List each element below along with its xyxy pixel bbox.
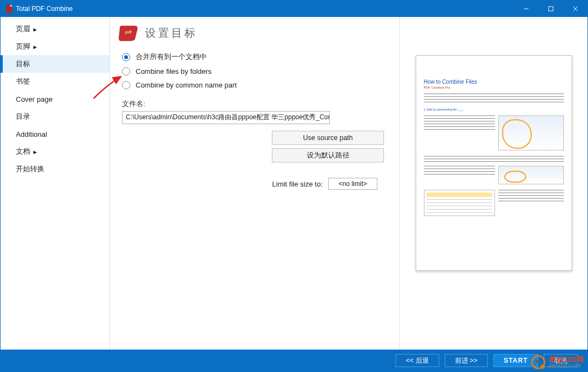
sidebar-item-header[interactable]: 页眉▸ xyxy=(1,20,109,38)
use-source-path-button[interactable]: Use source path xyxy=(272,131,384,145)
preview-link: 1. Start by downloading the ____ xyxy=(424,108,564,111)
limit-file-size-input[interactable] xyxy=(328,178,377,190)
radio-combine-by-folders[interactable]: Combine files by folders xyxy=(122,67,394,75)
sidebar-item-cover-page[interactable]: Cover page xyxy=(1,90,109,108)
sidebar-item-footer[interactable]: 页脚▸ xyxy=(1,38,109,55)
filename-input[interactable]: C:\Users\admin\Documents\h3c路由器pppoe配置 华… xyxy=(122,111,330,124)
pdf-icon: .pdf xyxy=(119,25,138,41)
close-button[interactable] xyxy=(563,1,587,17)
settings-panel: .pdf 设置目标 合并所有到一个文档中 Combine files by fo… xyxy=(110,17,400,350)
preview-panel: How to Combine Files PDF Combine Pro 1. … xyxy=(400,17,587,350)
caret-right-icon: ▸ xyxy=(33,43,37,51)
svg-text:.pdf: .pdf xyxy=(124,30,132,34)
preview-subtitle: PDF Combine Pro xyxy=(424,86,564,89)
svg-rect-1 xyxy=(549,7,553,11)
radio-icon xyxy=(122,53,130,61)
maximize-button[interactable] xyxy=(538,1,563,17)
sidebar-item-target[interactable]: 目标 xyxy=(1,55,109,73)
sidebar: 页眉▸ 页脚▸ 目标 书签 Cover page 目录 Additional 文… xyxy=(1,17,110,350)
limit-file-size-label: Limit file size to: xyxy=(272,180,323,188)
footer-bar: << 后退 前进 >> START 取消 xyxy=(1,350,587,371)
caret-right-icon: ▸ xyxy=(33,25,37,33)
watermark-text: 单机100网 xyxy=(549,356,584,363)
radio-icon xyxy=(122,67,130,75)
radio-combine-by-name-part[interactable]: Combine by common name part xyxy=(122,81,394,89)
page-title: 设置目标 xyxy=(145,26,197,40)
sidebar-item-bookmarks[interactable]: 书签 xyxy=(1,73,109,90)
filename-label: 文件名: xyxy=(122,99,394,109)
sidebar-item-toc[interactable]: 目录 xyxy=(1,108,109,125)
watermark-url: danji100.com xyxy=(549,363,584,369)
caret-right-icon: ▸ xyxy=(33,148,37,156)
preview-title: How to Combine Files xyxy=(424,79,564,85)
watermark: 单机100网 danji100.com xyxy=(531,355,584,369)
watermark-icon xyxy=(531,355,545,369)
preview-text xyxy=(424,94,564,104)
app-icon xyxy=(5,4,13,13)
preview-screenshot xyxy=(498,115,564,150)
preview-screenshot xyxy=(498,166,564,184)
minimize-button[interactable] xyxy=(514,1,538,17)
back-button[interactable]: << 后退 xyxy=(395,354,439,367)
sidebar-item-document[interactable]: 文档▸ xyxy=(1,143,109,160)
radio-icon xyxy=(122,81,130,89)
sidebar-item-additional[interactable]: Additional xyxy=(1,125,109,143)
titlebar: Total PDF Combine xyxy=(1,1,587,17)
radio-combine-all[interactable]: 合并所有到一个文档中 xyxy=(122,52,394,62)
set-default-path-button[interactable]: 设为默认路径 xyxy=(272,148,384,162)
forward-button[interactable]: 前进 >> xyxy=(445,354,488,367)
preview-page: How to Combine Files PDF Combine Pro 1. … xyxy=(416,55,572,271)
sidebar-item-start-convert[interactable]: 开始转换 xyxy=(1,160,109,178)
preview-screenshot xyxy=(424,190,495,216)
app-title: Total PDF Combine xyxy=(16,5,514,13)
